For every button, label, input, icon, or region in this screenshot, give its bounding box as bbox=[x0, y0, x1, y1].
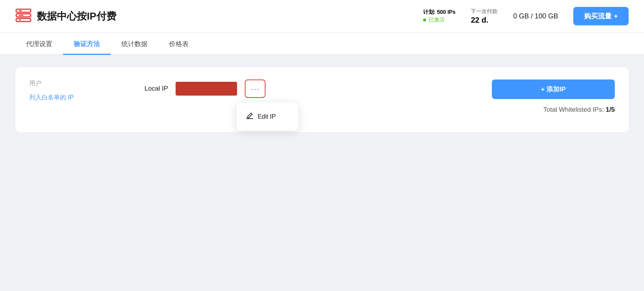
header: 数据中心按IP付费 计划: 500 IPs 已激活 下一次付款 22 d. 0 … bbox=[0, 0, 644, 33]
buy-traffic-button[interactable]: 购买流量 + bbox=[573, 7, 629, 25]
app-title: 数据中心按IP付费 bbox=[37, 10, 116, 23]
gb-usage: 0 GB / 100 GB bbox=[513, 12, 558, 20]
whitelisted-count: Total Whitelisted IPs: 1/5 bbox=[543, 106, 615, 114]
more-options-button[interactable]: ··· bbox=[245, 79, 266, 98]
auth-card: 用户 列入白名单的 IP Local IP ··· bbox=[15, 67, 629, 132]
user-label: 用户 bbox=[29, 79, 137, 88]
svg-rect-2 bbox=[16, 18, 31, 21]
next-pay-value: 22 d. bbox=[471, 16, 498, 25]
add-ip-button[interactable]: + 添加IP bbox=[492, 79, 615, 99]
next-pay-block: 下一次付款 22 d. bbox=[471, 8, 498, 25]
tabs-bar: 代理设置 验证方法 统计数据 价格表 bbox=[0, 33, 644, 55]
plan-block: 计划: 500 IPs 已激活 bbox=[423, 9, 456, 23]
ip-redacted-block bbox=[176, 82, 237, 96]
edit-icon bbox=[246, 112, 254, 121]
right-section: + 添加IP Total Whitelisted IPs: 1/5 bbox=[492, 79, 615, 114]
more-btn-container: ··· Edit IP bbox=[245, 79, 266, 98]
left-section: 用户 列入白名单的 IP bbox=[29, 79, 144, 102]
local-ip-label: Local IP bbox=[144, 85, 168, 93]
logo-area: 数据中心按IP付费 bbox=[15, 8, 116, 24]
plan-label: 计划: 500 IPs bbox=[423, 9, 456, 16]
tab-price-table[interactable]: 价格表 bbox=[158, 33, 199, 55]
svg-rect-0 bbox=[16, 9, 31, 12]
main-content: 用户 列入白名单的 IP Local IP ··· bbox=[0, 55, 644, 144]
tab-statistics[interactable]: 统计数据 bbox=[111, 33, 158, 55]
plan-status: 已激活 bbox=[423, 17, 456, 23]
tab-proxy-settings[interactable]: 代理设置 bbox=[15, 33, 63, 55]
next-pay-label: 下一次付款 bbox=[471, 8, 498, 15]
status-dot bbox=[423, 18, 426, 21]
middle-section: Local IP ··· Edit IP bbox=[144, 79, 492, 98]
logo-icon bbox=[15, 8, 32, 24]
whitelist-link[interactable]: 列入白名单的 IP bbox=[29, 94, 137, 102]
tab-auth-method[interactable]: 验证方法 bbox=[63, 33, 111, 55]
edit-ip-item[interactable]: Edit IP bbox=[237, 106, 298, 127]
card-inner: 用户 列入白名单的 IP Local IP ··· bbox=[29, 79, 615, 114]
dropdown-menu: Edit IP bbox=[237, 103, 298, 131]
edit-ip-label: Edit IP bbox=[257, 113, 276, 120]
header-info: 计划: 500 IPs 已激活 下一次付款 22 d. 0 GB / 100 G… bbox=[423, 7, 629, 25]
status-text: 已激活 bbox=[428, 17, 445, 23]
